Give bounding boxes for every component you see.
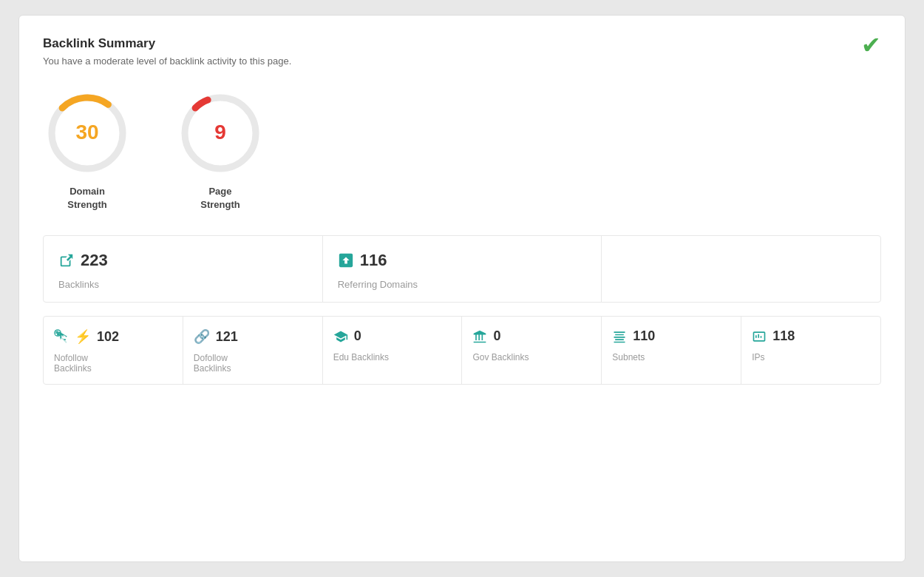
status-checkmark-icon: ✔ [861, 33, 881, 57]
bottom-stats-row: ⚡ 102 NofollowBacklinks 🔗 121 DofollowBa… [43, 316, 881, 385]
backlinks-number: 223 [81, 251, 108, 270]
gauges-row: 30 DomainStrength 9 PageStrength [43, 89, 881, 212]
domain-strength-svg: 30 [43, 89, 132, 178]
domain-strength-value: 30 [75, 121, 98, 144]
referring-domains-top: 116 [338, 251, 387, 270]
backlinks-label: Backlinks [58, 279, 99, 290]
dofollow-number: 121 [216, 329, 238, 345]
page-strength-gauge: 9 PageStrength [176, 89, 265, 212]
edu-number: 0 [354, 328, 361, 344]
page-strength-svg: 9 [176, 89, 265, 178]
card-title: Backlink Summary [43, 36, 881, 51]
ips-label: IPs [752, 352, 764, 362]
gov-icon [472, 329, 487, 344]
edu-icon [333, 329, 348, 344]
ips-top: 118 [752, 328, 795, 344]
dofollow-backlinks-cell[interactable]: 🔗 121 DofollowBacklinks [183, 317, 323, 384]
domain-strength-label: DomainStrength [67, 185, 106, 212]
domain-strength-gauge: 30 DomainStrength [43, 89, 132, 212]
edu-top: 0 [333, 328, 361, 344]
empty-cell [602, 236, 880, 302]
backlinks-cell[interactable]: 223 Backlinks [44, 236, 323, 302]
main-stats-row: 223 Backlinks 116 Referring Domains [43, 235, 881, 303]
referring-domains-label: Referring Domains [338, 279, 418, 290]
nofollow-icon [54, 329, 69, 344]
edu-backlinks-cell[interactable]: 0 Edu Backlinks [323, 317, 463, 384]
referring-domains-cell[interactable]: 116 Referring Domains [323, 236, 602, 302]
ips-cell[interactable]: 118 IPs [741, 317, 880, 384]
ips-number: 118 [772, 328, 795, 344]
dofollow-icon: 🔗 [194, 328, 210, 345]
page-strength-value: 9 [214, 121, 226, 144]
subnets-top: 110 [612, 328, 655, 344]
dofollow-label: DofollowBacklinks [194, 353, 231, 374]
page-strength-label: PageStrength [200, 185, 240, 212]
gov-number: 0 [493, 328, 500, 344]
subnets-label: Subnets [612, 352, 645, 362]
nofollow-number: 102 [97, 329, 119, 345]
external-link-icon [58, 252, 75, 269]
edu-label: Edu Backlinks [333, 352, 389, 362]
dofollow-top: 🔗 121 [194, 328, 238, 345]
backlink-summary-card: ✔ Backlink Summary You have a moderate l… [18, 15, 906, 562]
referring-domains-number: 116 [360, 251, 387, 270]
backlinks-top: 223 [58, 251, 108, 270]
nofollow-backlinks-cell[interactable]: ⚡ 102 NofollowBacklinks [44, 317, 183, 384]
subnets-cell[interactable]: 110 Subnets [602, 317, 741, 384]
gov-backlinks-cell[interactable]: 0 Gov Backlinks [462, 317, 602, 384]
nofollow-icon-text: ⚡ [75, 328, 91, 345]
subnets-number: 110 [633, 328, 655, 344]
card-subtitle: You have a moderate level of backlink ac… [43, 55, 881, 67]
gov-label: Gov Backlinks [472, 352, 529, 362]
nofollow-label: NofollowBacklinks [54, 353, 92, 374]
subnets-icon [612, 329, 627, 344]
referring-domains-icon [338, 252, 354, 269]
nofollow-top: ⚡ 102 [54, 328, 119, 345]
gov-top: 0 [472, 328, 500, 344]
ips-icon [752, 329, 767, 344]
